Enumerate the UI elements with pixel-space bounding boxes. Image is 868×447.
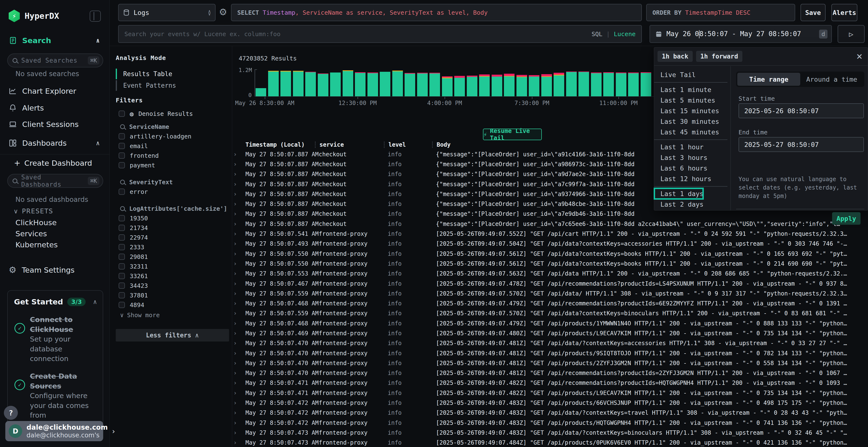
table-row[interactable]: ›May 27 8:50:07.470 AMfrontend-proxyinfo… — [231, 338, 868, 348]
chevron-up-icon[interactable]: ∧ — [93, 298, 97, 305]
histogram-bar[interactable] — [442, 76, 453, 96]
histogram-bar[interactable] — [255, 88, 266, 96]
expand-row-icon[interactable]: › — [231, 210, 242, 217]
checkbox[interactable] — [119, 253, 125, 260]
checkbox[interactable] — [119, 302, 125, 308]
checkbox[interactable] — [119, 110, 125, 117]
start-time-input[interactable]: 2025-05-26 08:50:07 — [739, 103, 864, 118]
filter-option[interactable]: 19350 — [116, 213, 229, 223]
table-row[interactable]: ›May 27 8:50:07.541 AMfrontend-proxyinfo… — [231, 229, 868, 239]
filter-option[interactable]: 32311 — [116, 262, 229, 271]
time-preset-last-3-hours[interactable]: Last 3 hours — [654, 152, 730, 163]
filter-option[interactable]: artillery-loadgen — [116, 132, 229, 141]
expand-row-icon[interactable]: › — [231, 380, 242, 386]
table-row[interactable]: ›May 27 8:50:07.559 AMfrontend-proxyinfo… — [231, 309, 868, 318]
expand-row-icon[interactable]: › — [231, 350, 242, 357]
time-preset-last-6-hours[interactable]: Last 6 hours — [654, 163, 730, 174]
histogram-bar[interactable] — [380, 72, 390, 96]
sidebar-item-dashboards[interactable]: Dashboards ∧ — [9, 139, 66, 147]
table-row[interactable]: ›May 27 8:50:07.469 AMfrontend-proxyinfo… — [231, 328, 868, 338]
histogram-bar[interactable] — [392, 71, 403, 96]
lang-lucene[interactable]: Lucene — [614, 31, 636, 38]
expand-row-icon[interactable]: › — [231, 250, 242, 257]
saved-dashboards-input[interactable]: Saved Dashboards ⌘K — [7, 174, 103, 188]
expand-row-icon[interactable]: › — [231, 171, 242, 177]
time-preset-last-12-hours[interactable]: Last 12 hours — [654, 174, 730, 184]
checkbox[interactable] — [119, 188, 125, 195]
preset-link-services[interactable]: Services — [16, 229, 47, 238]
filter-option[interactable]: 2333 — [116, 242, 229, 252]
expand-row-icon[interactable]: › — [231, 260, 242, 267]
sidebar-item-team-settings[interactable]: ⚙ Team Settings — [9, 265, 74, 275]
expand-row-icon[interactable]: › — [231, 330, 242, 337]
filter-option[interactable]: 4894 — [116, 300, 229, 310]
histogram-bar[interactable] — [467, 76, 477, 96]
table-row[interactable]: ›May 27 8:50:07.472 AMfrontend-proxyinfo… — [231, 418, 868, 428]
table-row[interactable]: ›May 27 8:50:07.471 AMfrontend-proxyinfo… — [231, 388, 868, 398]
histogram-bar[interactable] — [280, 71, 291, 96]
histogram-bar[interactable] — [628, 72, 639, 96]
time-preset-last-45-minutes[interactable]: Last 45 minutes — [654, 127, 730, 138]
histogram-bar[interactable] — [517, 75, 527, 96]
order-by-input[interactable]: ORDER BY TimestampTime DESC — [646, 4, 795, 21]
table-row[interactable]: ›May 27 8:50:07.550 AMfrontend-proxyinfo… — [231, 249, 868, 259]
table-row[interactable]: ›May 27 8:50:07.472 AMfrontend-proxyinfo… — [231, 398, 868, 408]
histogram-bar[interactable] — [529, 75, 539, 96]
expand-row-icon[interactable]: › — [231, 360, 242, 367]
table-row[interactable]: ›May 27 8:50:07.471 AMfrontend-proxyinfo… — [231, 378, 868, 388]
table-row[interactable]: ›May 27 8:50:07.470 AMfrontend-proxyinfo… — [231, 358, 868, 368]
filter-option[interactable]: 34423 — [116, 281, 229, 290]
source-select[interactable]: Logs ∧∨ — [118, 4, 216, 21]
checkbox[interactable] — [119, 292, 125, 299]
checkbox[interactable] — [119, 152, 125, 159]
expand-row-icon[interactable]: › — [231, 181, 242, 187]
col-timestamp[interactable]: Timestamp (Local) — [242, 142, 315, 148]
time-preset-last-1-minute[interactable]: Last 1 minute — [654, 84, 730, 95]
filter-option[interactable]: 29081 — [116, 252, 229, 262]
table-row[interactable]: ›May 27 8:50:07.468 AMfrontend-proxyinfo… — [231, 318, 868, 328]
table-row[interactable]: ›May 27 8:50:07.550 AMfrontend-proxyinfo… — [231, 259, 868, 269]
histogram-bar[interactable] — [603, 72, 614, 96]
histogram-bar[interactable] — [492, 75, 502, 96]
filter-option[interactable]: 37801 — [116, 290, 229, 300]
expand-row-icon[interactable]: › — [231, 320, 242, 327]
histogram-bar[interactable] — [343, 70, 353, 96]
time-preset-last-2-days[interactable]: Last 2 days — [654, 199, 730, 210]
histogram-bar[interactable] — [368, 72, 378, 96]
get-started-item[interactable]: ✓Connect to ClickHouseSet up your databa… — [8, 311, 103, 368]
checkbox[interactable] — [119, 215, 125, 221]
expand-row-icon[interactable]: › — [231, 409, 242, 416]
chevron-up-icon[interactable]: ∧ — [96, 139, 100, 147]
apply-button[interactable]: Apply — [832, 212, 861, 225]
mode-results-table[interactable]: Results Table — [116, 68, 227, 79]
expand-row-icon[interactable]: › — [231, 290, 242, 297]
lucene-search-input[interactable]: Search your events w/ Lucene ex. column:… — [118, 25, 642, 43]
time-preset-live-tail[interactable]: Live Tail — [654, 70, 730, 80]
col-service[interactable]: service — [315, 142, 384, 148]
source-settings-gear-icon[interactable]: ⚙ — [219, 7, 227, 18]
one-hour-back-button[interactable]: 1h back — [657, 51, 693, 62]
expand-row-icon[interactable]: › — [231, 151, 242, 158]
sql-select-input[interactable]: SELECT Timestamp, ServiceName as service… — [231, 4, 642, 21]
expand-row-icon[interactable]: › — [231, 400, 242, 406]
histogram-bar[interactable] — [405, 73, 415, 96]
histogram-bar[interactable] — [268, 71, 279, 96]
save-button[interactable]: Save — [801, 4, 826, 21]
show-more-button[interactable]: ∨Show more — [116, 310, 229, 320]
checkbox[interactable] — [119, 244, 125, 250]
expand-row-icon[interactable]: › — [231, 161, 242, 168]
chevron-up-icon[interactable]: ∧ — [96, 37, 100, 44]
table-row[interactable]: ›May 27 8:50:07.472 AMfrontend-proxyinfo… — [231, 408, 868, 418]
checkbox[interactable] — [119, 263, 125, 270]
get-started-header[interactable]: Get Started 3/3 ∧ — [8, 291, 103, 311]
date-range-input[interactable]: May 26 08:50:07 - May 27 08:50:07 d — [650, 25, 832, 43]
time-preset-last-30-minutes[interactable]: Last 30 minutes — [654, 116, 730, 127]
less-filters-button[interactable]: Less filters ∧ — [116, 329, 229, 342]
histogram-bar[interactable] — [504, 74, 515, 96]
table-row[interactable]: ›May 27 8:50:07.559 AMfrontend-proxyinfo… — [231, 288, 868, 299]
run-search-button[interactable]: ▷ — [838, 25, 865, 43]
expand-row-icon[interactable]: › — [231, 419, 242, 426]
table-row[interactable]: ›May 27 8:50:07.467 AMfrontend-proxyinfo… — [231, 279, 868, 288]
expand-row-icon[interactable]: › — [231, 370, 242, 376]
table-row[interactable]: ›May 27 8:50:07.473 AMfrontend-proxyinfo… — [231, 428, 868, 438]
